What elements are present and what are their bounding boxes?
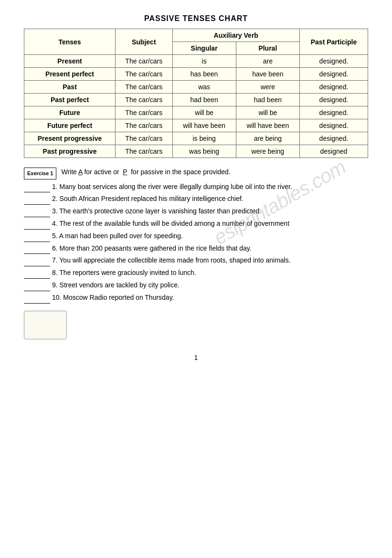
list-item: 5. A man had been pulled over for speedi… bbox=[24, 231, 368, 242]
list-item: 4. The rest of the available funds will … bbox=[24, 218, 368, 230]
answer-blank[interactable] bbox=[24, 217, 50, 217]
tense-name: Past progressive bbox=[24, 145, 116, 158]
tense-singular: will have been bbox=[172, 119, 236, 132]
tense-subject: The car/cars bbox=[116, 81, 172, 94]
answer-blank[interactable] bbox=[24, 303, 50, 304]
tense-name: Past bbox=[24, 81, 116, 94]
tense-plural: are bbox=[236, 55, 299, 68]
answer-blank[interactable] bbox=[24, 266, 50, 266]
tense-past-participle: designed bbox=[299, 145, 368, 158]
tense-singular: will be bbox=[172, 106, 236, 119]
list-item: 10. Moscow Radio reported on Thursday. bbox=[24, 292, 368, 304]
tense-singular: had been bbox=[172, 94, 236, 106]
answer-blank[interactable] bbox=[24, 242, 50, 242]
tense-subject: The car/cars bbox=[116, 119, 172, 132]
tense-name: Past perfect bbox=[24, 94, 116, 106]
tense-past-participle: designed. bbox=[299, 119, 368, 132]
tense-name: Present progressive bbox=[24, 132, 116, 145]
tense-plural: will be bbox=[236, 106, 299, 119]
tense-plural: had been bbox=[236, 94, 299, 106]
exercise-items: 1. Many boat services along the river we… bbox=[24, 181, 368, 304]
exercise-label: Exercise 1 bbox=[24, 168, 56, 179]
exercises-section: Exercise 1 Write A for active or P for p… bbox=[24, 167, 368, 304]
tenses-table: Tenses Subject Auxiliary Verb Past Parti… bbox=[24, 29, 368, 158]
tense-past-participle: designed. bbox=[299, 94, 368, 106]
tense-past-participle: designed. bbox=[299, 55, 368, 68]
tense-name: Present perfect bbox=[24, 68, 116, 81]
exercise-instruction: Write A for active or P for passive in t… bbox=[61, 167, 368, 178]
tense-singular: is being bbox=[172, 132, 236, 145]
tense-past-participle: designed. bbox=[299, 81, 368, 94]
list-item: 8. The reporters were graciously invited… bbox=[24, 267, 368, 279]
list-item: 6. More than 200 peasants were gathered … bbox=[24, 243, 368, 254]
tense-plural: are being bbox=[236, 132, 299, 145]
tense-name: Future bbox=[24, 106, 116, 119]
table-row: Present The car/cars is are designed. bbox=[24, 55, 368, 68]
tense-subject: The car/cars bbox=[116, 55, 172, 68]
tense-plural: will have been bbox=[236, 119, 299, 132]
table-row: Past perfect The car/cars had been had b… bbox=[24, 94, 368, 106]
col-singular: Singular bbox=[172, 42, 236, 55]
list-item: 9. Street vendors are tackled by city po… bbox=[24, 280, 368, 291]
tense-subject: The car/cars bbox=[116, 68, 172, 81]
list-item: 2. South African President replaced his … bbox=[24, 193, 368, 205]
table-row: Present perfect The car/cars has been ha… bbox=[24, 68, 368, 81]
table-row: Past The car/cars was were designed. bbox=[24, 81, 368, 94]
tense-past-participle: designed. bbox=[299, 68, 368, 81]
list-item: 3. The earth's protective ozone layer is… bbox=[24, 206, 368, 217]
col-plural: Plural bbox=[236, 42, 299, 55]
tense-plural: were bbox=[236, 81, 299, 94]
tense-name: Future perfect bbox=[24, 119, 116, 132]
col-aux-verb: Auxiliary Verb bbox=[172, 29, 299, 42]
tense-singular: is bbox=[172, 55, 236, 68]
table-row: Past progressive The car/cars was being … bbox=[24, 145, 368, 158]
tense-singular: was being bbox=[172, 145, 236, 158]
scroll-box bbox=[24, 311, 67, 339]
col-past-participle: Past Participle bbox=[299, 29, 368, 55]
tense-plural: were being bbox=[236, 145, 299, 158]
answer-blank[interactable] bbox=[24, 229, 50, 230]
page-title: PASSIVE TENSES CHART bbox=[24, 14, 368, 23]
answer-blank[interactable] bbox=[24, 204, 50, 205]
tense-singular: was bbox=[172, 81, 236, 94]
tense-subject: The car/cars bbox=[116, 94, 172, 106]
tense-subject: The car/cars bbox=[116, 106, 172, 119]
tense-name: Present bbox=[24, 55, 116, 68]
list-item: 7. You will appreciate the collectible i… bbox=[24, 255, 368, 266]
col-tenses: Tenses bbox=[24, 29, 116, 55]
table-row: Future perfect The car/cars will have be… bbox=[24, 119, 368, 132]
tense-past-participle: designed. bbox=[299, 106, 368, 119]
page-number: 1 bbox=[24, 354, 368, 361]
tense-singular: has been bbox=[172, 68, 236, 81]
table-row: Future The car/cars will be will be desi… bbox=[24, 106, 368, 119]
answer-blank[interactable] bbox=[24, 291, 50, 291]
answer-blank[interactable] bbox=[24, 253, 50, 254]
tense-past-participle: designed. bbox=[299, 132, 368, 145]
tense-subject: The car/cars bbox=[116, 145, 172, 158]
tense-plural: have been bbox=[236, 68, 299, 81]
tense-subject: The car/cars bbox=[116, 132, 172, 145]
answer-blank[interactable] bbox=[24, 192, 50, 192]
table-row: Present progressive The car/cars is bein… bbox=[24, 132, 368, 145]
list-item: 1. Many boat services along the river we… bbox=[24, 181, 368, 193]
exercise-header: Exercise 1 Write A for active or P for p… bbox=[24, 167, 368, 179]
answer-blank[interactable] bbox=[24, 278, 50, 279]
col-subject: Subject bbox=[116, 29, 172, 55]
